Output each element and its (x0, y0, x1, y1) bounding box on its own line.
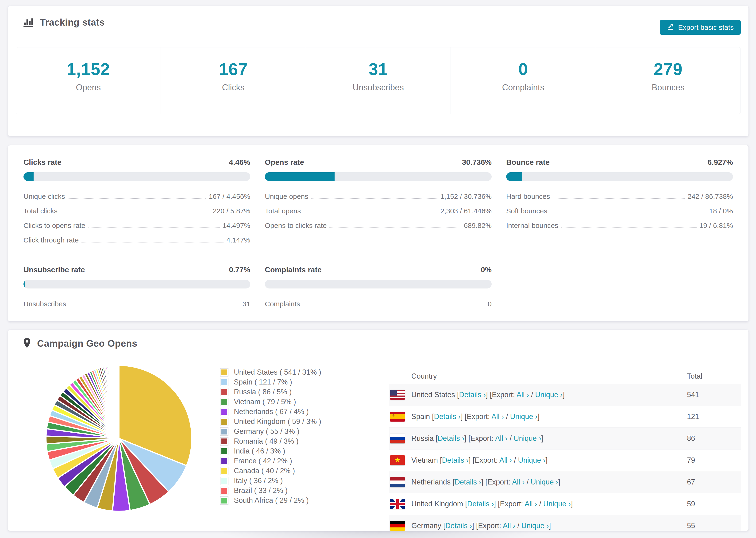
export-unique-link[interactable]: Unique › (518, 456, 545, 464)
table-row: United Kingdom [Details ›] [Export: All … (389, 493, 741, 515)
dotted-leader (68, 198, 206, 199)
rate-row-value: 18 / 0% (709, 207, 733, 215)
export-all-link[interactable]: All › (499, 456, 512, 464)
legend-item: United States ( 541 / 31% ) (220, 367, 321, 377)
table-row: Germany [Details ›] [Export: All › / Uni… (389, 515, 741, 531)
details-link[interactable]: Details › (442, 456, 469, 464)
rate-detail-row: Unsubscribes31 (24, 296, 250, 311)
export-unique-link[interactable]: Unique › (514, 434, 541, 443)
rate-value: 0% (481, 265, 492, 274)
rate-value: 30.736% (462, 158, 492, 167)
rate-row-label: Opens to clicks rate (265, 222, 327, 230)
legend-label: Canada ( 40 / 2% ) (234, 467, 295, 475)
rate-title: Unsubscribe rate (24, 265, 85, 274)
dotted-leader (69, 306, 240, 306)
progress-fill (265, 172, 335, 181)
legend-swatch (220, 477, 228, 485)
legend-swatch (220, 497, 228, 505)
legend-label: South Africa ( 29 / 2% ) (234, 496, 309, 505)
legend-item: Russia ( 86 / 5% ) (220, 387, 321, 397)
rates-card: Clicks rate4.46%Unique clicks167 / 4.456… (8, 145, 749, 322)
export-all-link[interactable]: All › (503, 521, 515, 530)
dotted-leader (303, 213, 437, 213)
legend-swatch (220, 418, 228, 426)
map-pin-icon (23, 338, 31, 349)
rate-block-clicks-rate: Clicks rate4.46%Unique clicks167 / 4.456… (24, 158, 250, 247)
stat-box-bounces: 279Bounces (596, 47, 740, 114)
legend-item: India ( 46 / 3% ) (220, 446, 321, 456)
dotted-leader (311, 198, 437, 199)
dotted-leader (60, 213, 210, 213)
geo-opens-pie-chart (43, 363, 195, 514)
geo-table-header: Country Total (389, 368, 741, 384)
details-link[interactable]: Details › (434, 412, 461, 421)
legend-label: Spain ( 121 / 7% ) (234, 378, 292, 386)
rate-row-label: Hard bounces (506, 192, 550, 200)
rate-detail-row: Internal bounces19 / 6.81% (506, 218, 733, 233)
table-row: Russia [Details ›] [Export: All › / Uniq… (389, 428, 741, 450)
rate-row-label: Total clicks (24, 207, 58, 215)
export-all-link[interactable]: All › (524, 500, 537, 508)
rate-block-unsubscribe-rate: Unsubscribe rate0.77%Unsubscribes31 (24, 265, 250, 311)
export-all-link[interactable]: All › (495, 434, 508, 443)
rate-row-label: Internal bounces (506, 222, 558, 230)
stat-label: Bounces (596, 82, 740, 92)
export-basic-stats-button[interactable]: Export basic stats (660, 20, 741, 35)
export-all-link[interactable]: All › (512, 478, 524, 486)
details-link[interactable]: Details › (445, 521, 472, 530)
rate-row-value: 4.147% (226, 236, 250, 244)
stat-label: Clicks (161, 82, 305, 92)
stat-label: Opens (16, 82, 161, 92)
legend-item: Canada ( 40 / 2% ) (220, 466, 321, 476)
pie-slice-other[interactable] (119, 365, 119, 439)
export-all-link[interactable]: All › (491, 412, 504, 421)
details-link[interactable]: Details › (467, 500, 494, 508)
rate-detail-row: Soft bounces18 / 0% (506, 203, 733, 218)
rate-detail-row: Total clicks220 / 5.87% (24, 203, 250, 218)
geo-section-title: Campaign Geo Opens (37, 338, 137, 349)
rate-row-label: Unsubscribes (24, 300, 66, 308)
table-row: Vietnam [Details ›] [Export: All › / Uni… (389, 450, 741, 471)
export-unique-link[interactable]: Unique › (543, 500, 571, 508)
export-unique-link[interactable]: Unique › (510, 412, 537, 421)
export-unique-link[interactable]: Unique › (531, 478, 558, 486)
legend-swatch (220, 398, 228, 406)
details-link[interactable]: Details › (455, 478, 481, 486)
export-all-link[interactable]: All › (516, 391, 529, 399)
rate-row-label: Clicks to opens rate (24, 222, 85, 230)
flag-vn-icon (390, 456, 405, 465)
legend-item: United Kingdom ( 59 / 3% ) (220, 417, 321, 426)
rate-block-opens-rate: Opens rate30.736%Unique opens1,152 / 30.… (265, 158, 492, 247)
total-cell: 86 (687, 434, 695, 443)
legend-item: South Africa ( 29 / 2% ) (220, 496, 321, 506)
stat-box-clicks: 167Clicks (161, 47, 306, 114)
dotted-leader (553, 198, 685, 199)
export-unique-link[interactable]: Unique › (535, 391, 563, 399)
stat-value: 279 (596, 60, 740, 79)
details-link[interactable]: Details › (438, 434, 464, 443)
table-row: Spain [Details ›] [Export: All › / Uniqu… (389, 406, 741, 428)
dotted-leader (81, 242, 224, 242)
rate-detail-row: Clicks to opens rate14.497% (24, 218, 250, 233)
page-title: Tracking stats (40, 17, 105, 28)
legend-swatch (220, 467, 228, 475)
details-link[interactable]: Details › (459, 391, 486, 399)
progress-bar (24, 280, 250, 289)
stat-box-complaints: 0Complaints (451, 47, 596, 114)
country-cell: Spain [Details ›] [Export: All › / Uniqu… (411, 412, 540, 421)
rate-value: 0.77% (229, 265, 250, 274)
total-cell: 67 (687, 478, 695, 486)
rate-detail-row: Click through rate4.147% (24, 233, 250, 247)
geo-opens-table: Country Total United States [Details ›] … (389, 368, 741, 531)
stat-box-opens: 1,152Opens (16, 47, 161, 114)
country-cell: Vietnam [Details ›] [Export: All › / Uni… (411, 456, 548, 464)
progress-bar (506, 172, 733, 181)
progress-bar (24, 172, 250, 181)
export-unique-link[interactable]: Unique › (521, 521, 549, 530)
legend-label: France ( 42 / 2% ) (234, 457, 292, 465)
rate-head: Clicks rate4.46% (24, 158, 250, 167)
legend-swatch (220, 368, 228, 376)
rate-row-label: Click through rate (24, 236, 79, 244)
total-cell: 541 (687, 391, 699, 399)
rate-title: Complaints rate (265, 265, 322, 274)
